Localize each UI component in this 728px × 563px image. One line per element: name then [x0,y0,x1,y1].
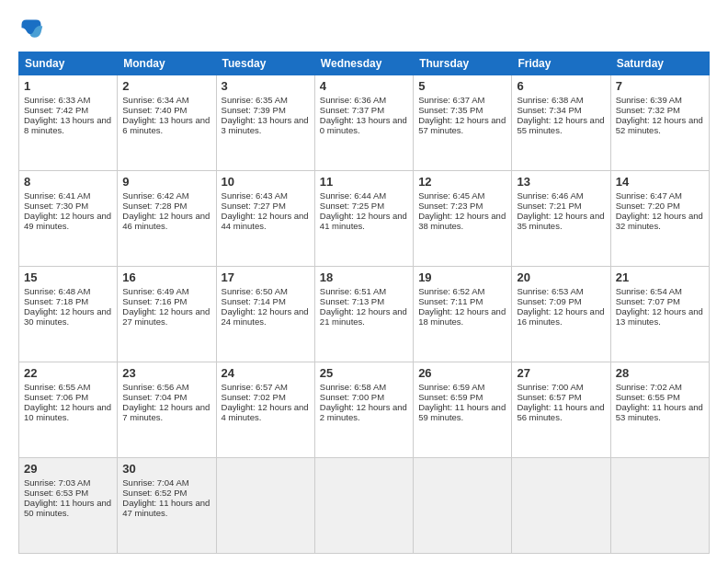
col-saturday: Saturday [610,52,709,75]
sunset-label: Sunset: 6:55 PM [616,392,680,402]
sunset-label: Sunset: 7:25 PM [320,201,384,211]
daylight-label: Daylight: 12 hours and 57 minutes. [418,115,506,135]
daylight-label: Daylight: 12 hours and 4 minutes. [222,402,309,422]
daylight-label: Daylight: 13 hours and 3 minutes. [222,115,309,135]
daylight-label: Daylight: 12 hours and 32 minutes. [616,211,703,231]
sunset-label: Sunset: 7:06 PM [24,392,88,402]
table-row: 2Sunrise: 6:34 AMSunset: 7:40 PMDaylight… [118,75,216,171]
table-row: 14Sunrise: 6:47 AMSunset: 7:20 PMDayligh… [610,171,709,267]
daylight-label: Daylight: 12 hours and 13 minutes. [616,306,703,327]
sunset-label: Sunset: 7:37 PM [320,105,384,115]
sunset-label: Sunset: 7:02 PM [222,392,286,402]
sunset-label: Sunset: 7:11 PM [418,296,483,306]
day-number: 30 [122,462,210,476]
table-row: 18Sunrise: 6:51 AMSunset: 7:13 PMDayligh… [314,267,413,362]
day-number: 28 [616,366,704,380]
logo-icon [18,17,44,42]
daylight-label: Daylight: 13 hours and 8 minutes. [24,115,111,135]
sunset-label: Sunset: 7:13 PM [320,296,384,306]
table-row: 7Sunrise: 6:39 AMSunset: 7:32 PMDaylight… [610,75,709,171]
day-number: 12 [418,175,506,189]
table-row [314,458,413,554]
table-row [610,458,709,554]
table-row: 22Sunrise: 6:55 AMSunset: 7:06 PMDayligh… [19,362,118,458]
daylight-label: Daylight: 12 hours and 55 minutes. [517,115,604,135]
sunrise-label: Sunrise: 6:57 AM [222,382,288,392]
sunset-label: Sunset: 7:34 PM [517,105,581,115]
sunset-label: Sunset: 7:30 PM [24,201,88,211]
table-row: 23Sunrise: 6:56 AMSunset: 7:04 PMDayligh… [118,362,216,458]
table-row: 27Sunrise: 7:00 AMSunset: 6:57 PMDayligh… [512,362,610,458]
day-number: 17 [222,270,310,284]
table-row: 6Sunrise: 6:38 AMSunset: 7:34 PMDaylight… [512,75,610,171]
sunrise-label: Sunrise: 6:54 AM [616,286,682,296]
table-row: 8Sunrise: 6:41 AMSunset: 7:30 PMDaylight… [19,171,118,267]
calendar-week-row: 29Sunrise: 7:03 AMSunset: 6:53 PMDayligh… [19,458,710,554]
table-row: 4Sunrise: 6:36 AMSunset: 7:37 PMDaylight… [314,75,413,171]
day-number: 27 [517,366,605,380]
daylight-label: Daylight: 11 hours and 50 minutes. [24,498,111,518]
daylight-label: Daylight: 13 hours and 6 minutes. [122,115,210,135]
sunrise-label: Sunrise: 6:45 AM [418,190,484,201]
day-number: 24 [222,366,310,380]
sunset-label: Sunset: 7:20 PM [616,201,680,211]
sunrise-label: Sunrise: 6:52 AM [418,286,484,296]
sunset-label: Sunset: 6:52 PM [122,488,187,498]
col-monday: Monday [118,52,216,75]
table-row: 25Sunrise: 6:58 AMSunset: 7:00 PMDayligh… [314,362,413,458]
header [18,17,710,42]
day-number: 25 [320,366,408,380]
table-row: 29Sunrise: 7:03 AMSunset: 6:53 PMDayligh… [19,458,118,554]
page: Sunday Monday Tuesday Wednesday Thursday… [0,0,728,563]
daylight-label: Daylight: 12 hours and 24 minutes. [222,306,309,327]
table-row [414,458,512,554]
col-thursday: Thursday [414,52,512,75]
day-number: 6 [517,79,605,93]
table-row: 24Sunrise: 6:57 AMSunset: 7:02 PMDayligh… [216,362,314,458]
sunrise-label: Sunrise: 7:02 AM [616,382,682,392]
calendar-week-row: 22Sunrise: 6:55 AMSunset: 7:06 PMDayligh… [19,362,710,458]
sunrise-label: Sunrise: 6:36 AM [320,95,386,105]
calendar-week-row: 1Sunrise: 6:33 AMSunset: 7:42 PMDaylight… [19,75,710,171]
sunrise-label: Sunrise: 6:50 AM [222,286,288,296]
table-row [216,458,314,554]
sunset-label: Sunset: 7:18 PM [24,296,88,306]
table-row: 28Sunrise: 7:02 AMSunset: 6:55 PMDayligh… [610,362,709,458]
sunrise-label: Sunrise: 6:34 AM [122,95,188,105]
sunset-label: Sunset: 6:59 PM [418,392,483,402]
table-row: 13Sunrise: 6:46 AMSunset: 7:21 PMDayligh… [512,171,610,267]
sunset-label: Sunset: 7:00 PM [320,392,384,402]
day-number: 2 [122,79,210,93]
daylight-label: Daylight: 11 hours and 47 minutes. [122,498,210,518]
sunrise-label: Sunrise: 6:42 AM [122,190,188,201]
table-row: 12Sunrise: 6:45 AMSunset: 7:23 PMDayligh… [414,171,512,267]
sunrise-label: Sunrise: 6:56 AM [122,382,188,392]
daylight-label: Daylight: 12 hours and 18 minutes. [418,306,506,327]
table-row: 17Sunrise: 6:50 AMSunset: 7:14 PMDayligh… [216,267,314,362]
table-row: 10Sunrise: 6:43 AMSunset: 7:27 PMDayligh… [216,171,314,267]
sunset-label: Sunset: 7:07 PM [616,296,680,306]
table-row: 9Sunrise: 6:42 AMSunset: 7:28 PMDaylight… [118,171,216,267]
table-row: 20Sunrise: 6:53 AMSunset: 7:09 PMDayligh… [512,267,610,362]
daylight-label: Daylight: 12 hours and 30 minutes. [24,306,111,327]
table-row: 26Sunrise: 6:59 AMSunset: 6:59 PMDayligh… [414,362,512,458]
daylight-label: Daylight: 12 hours and 7 minutes. [122,402,210,422]
sunset-label: Sunset: 7:16 PM [122,296,187,306]
calendar-week-row: 15Sunrise: 6:48 AMSunset: 7:18 PMDayligh… [19,267,710,362]
sunrise-label: Sunrise: 7:04 AM [122,477,188,488]
sunset-label: Sunset: 7:28 PM [122,201,187,211]
day-number: 7 [616,79,704,93]
daylight-label: Daylight: 12 hours and 16 minutes. [517,306,604,327]
table-row [512,458,610,554]
col-wednesday: Wednesday [314,52,413,75]
day-number: 19 [418,270,506,284]
day-number: 15 [24,270,112,284]
sunrise-label: Sunrise: 6:48 AM [24,286,90,296]
sunrise-label: Sunrise: 6:49 AM [122,286,188,296]
daylight-label: Daylight: 12 hours and 21 minutes. [320,306,407,327]
sunset-label: Sunset: 7:39 PM [222,105,286,115]
day-number: 9 [122,175,210,189]
daylight-label: Daylight: 12 hours and 52 minutes. [616,115,703,135]
sunset-label: Sunset: 7:09 PM [517,296,581,306]
day-number: 18 [320,270,408,284]
